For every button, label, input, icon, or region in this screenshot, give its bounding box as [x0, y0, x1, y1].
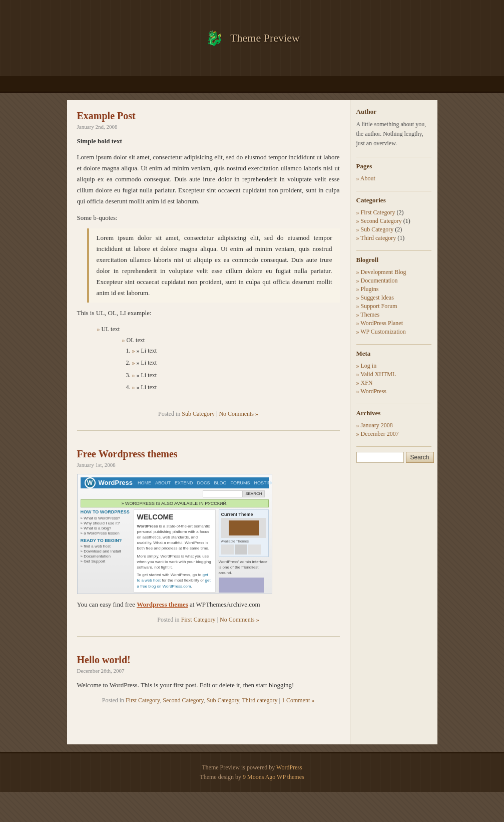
- post-example: Example Post January 2nd, 2008 Simple bo…: [77, 110, 340, 431]
- post-title-link-hello-world[interactable]: Hello world!: [77, 654, 131, 665]
- sidebar-search: Search: [356, 452, 431, 463]
- sidebar-meta-3[interactable]: XFN: [361, 379, 373, 386]
- sidebar-pages: Pages About: [356, 162, 431, 183]
- sidebar-blog-4[interactable]: Suggest Ideas: [361, 294, 394, 301]
- sidebar-categories-title: Categories: [356, 196, 431, 204]
- sidebar-author-title: Author: [356, 108, 431, 116]
- sidebar-meta-1[interactable]: Log in: [361, 362, 377, 369]
- post-bold-text: Simple bold text: [77, 136, 340, 147]
- list-item: First Category (2): [356, 208, 431, 217]
- sidebar-divider-2: [356, 191, 431, 191]
- sidebar-blogroll-title: Blogroll: [356, 256, 431, 264]
- sidebar-meta-2[interactable]: Valid XHTML: [360, 371, 396, 378]
- list-item: Third category (1): [356, 234, 431, 242]
- list-item: » Li text: [132, 370, 340, 381]
- list-item: Documentation: [356, 277, 431, 285]
- post-comments-link-2[interactable]: No Comments »: [220, 616, 259, 623]
- sidebar-category-2[interactable]: Second Category: [361, 217, 402, 224]
- post-hello-world: Hello world! December 26th, 2007 Welcome…: [77, 654, 340, 717]
- search-input[interactable]: [356, 452, 404, 463]
- sidebar-blogroll-list: Development Blog Documentation Plugins S…: [356, 268, 431, 336]
- site-header: 🐉 Theme Preview: [0, 0, 504, 78]
- sidebar-archive-1[interactable]: January 2008: [361, 422, 393, 429]
- footer-wordpress-link[interactable]: WordPress: [276, 764, 302, 771]
- list-item: XFN: [356, 379, 431, 387]
- sidebar-divider-5: [356, 404, 431, 404]
- sidebar-meta-4[interactable]: WordPress: [360, 388, 386, 395]
- post-category-link-3a[interactable]: First Category: [126, 697, 160, 704]
- sidebar-category-4-count: (1): [397, 234, 404, 241]
- sidebar-archives: Archives January 2008 December 2007: [356, 409, 431, 438]
- list-item: Sub Category (2): [356, 225, 431, 234]
- sidebar-category-1[interactable]: First Category: [361, 209, 395, 216]
- site-title: Theme Preview: [230, 32, 300, 45]
- list-item: December 2007: [356, 430, 431, 438]
- post-date-hello-world: December 26th, 2007: [77, 668, 340, 674]
- post-title-example[interactable]: Example Post: [77, 110, 340, 122]
- sidebar-divider-4: [356, 344, 431, 345]
- post-category-link-3b[interactable]: Second Category: [163, 697, 204, 704]
- search-form: Search: [356, 452, 431, 463]
- sidebar-category-3[interactable]: Sub Category: [361, 226, 394, 233]
- sidebar-archives-list: January 2008 December 2007: [356, 421, 431, 438]
- sidebar-meta-list: Log in Valid XHTML XFN WordPress: [356, 362, 431, 396]
- sidebar-author: Author A little something about you, the…: [356, 108, 431, 149]
- post-comments-link[interactable]: No Comments »: [219, 410, 258, 417]
- post-hello-text: Welcome to WordPress. This is your first…: [77, 680, 340, 691]
- post-title-hello-world[interactable]: Hello world!: [77, 654, 340, 666]
- post-paragraph1: Lorem ipsum dolor sit amet, consectetur …: [77, 152, 340, 207]
- wordpress-themes-link[interactable]: Wordpress themes: [137, 601, 188, 608]
- list-item: » Li text: [132, 357, 340, 368]
- footer-themes-link[interactable]: 9 Moons Ago WP themes: [243, 773, 304, 780]
- sidebar-blog-2[interactable]: Documentation: [361, 277, 398, 284]
- sidebar-blog-8[interactable]: WP Customization: [360, 328, 406, 335]
- sidebar-divider-6: [356, 446, 431, 447]
- sidebar-meta: Meta Log in Valid XHTML XFN WordPress: [356, 350, 431, 396]
- list-item: WP Customization: [356, 328, 431, 336]
- sidebar-divider-1: [356, 157, 431, 157]
- sidebar-blog-7[interactable]: WordPress Planet: [360, 320, 403, 327]
- post-comments-link-3[interactable]: 1 Comment »: [282, 697, 314, 704]
- nav-bar: [0, 78, 504, 93]
- sidebar-meta-title: Meta: [356, 350, 431, 358]
- post-ul-label: This is UL, OL, LI example:: [77, 308, 340, 319]
- sidebar-blogroll: Blogroll Development Blog Documentation …: [356, 256, 431, 336]
- post-title-link-example[interactable]: Example Post: [77, 110, 136, 121]
- sidebar-page-about: About: [356, 174, 431, 183]
- list-item: UL text OL text » Li text » Li text » Li…: [97, 324, 340, 404]
- sidebar-blog-1[interactable]: Development Blog: [361, 268, 406, 276]
- sidebar-blog-3[interactable]: Plugins: [361, 286, 379, 293]
- post-footer-example: Posted in Sub Category | No Comments »: [77, 410, 340, 418]
- post-bquote-label: Some b-quotes:: [77, 212, 340, 223]
- sidebar-blog-6[interactable]: Themes: [360, 311, 379, 318]
- post-footer-hello-world: Posted in First Category, Second Categor…: [77, 697, 340, 704]
- sidebar-category-4[interactable]: Third category: [360, 234, 396, 241]
- post-free-themes: Free Wordpress themes January 1st, 2008 …: [77, 448, 340, 637]
- list-item: OL text » Li text » Li text » Li text » …: [122, 335, 340, 399]
- list-item: » Li text: [132, 345, 340, 356]
- sidebar-archive-2[interactable]: December 2007: [361, 430, 399, 437]
- list-item: Valid XHTML: [356, 370, 431, 379]
- post-title-free-themes[interactable]: Free Wordpress themes: [77, 448, 340, 460]
- sidebar-blog-5[interactable]: Support Forum: [361, 303, 397, 310]
- sidebar-page-about-link[interactable]: About: [360, 175, 375, 182]
- sidebar-category-1-count: (2): [397, 209, 404, 216]
- post-li-list: » Li text » Li text » Li text » Li text: [132, 345, 340, 393]
- sidebar-pages-list: About: [356, 174, 431, 183]
- post-category-link-3d[interactable]: Third category: [242, 697, 278, 704]
- list-item: Suggest Ideas: [356, 294, 431, 302]
- post-content-example: Simple bold text Lorem ipsum dolor sit a…: [77, 136, 340, 404]
- search-button[interactable]: Search: [406, 452, 434, 463]
- list-item: Development Blog: [356, 268, 431, 277]
- post-category-link[interactable]: Sub Category: [182, 410, 215, 417]
- post-category-link-2[interactable]: First Category: [181, 616, 216, 623]
- post-category-link-3c[interactable]: Sub Category: [207, 697, 239, 704]
- post-title-link-free-themes[interactable]: Free Wordpress themes: [77, 448, 178, 459]
- list-item: Log in: [356, 362, 431, 370]
- site-footer: Theme Preview is powered by WordPress Th…: [0, 752, 504, 792]
- post-content-hello-world: Welcome to WordPress. This is your first…: [77, 680, 340, 691]
- content-area: Example Post January 2nd, 2008 Simple bo…: [67, 100, 350, 744]
- post-footer-free-themes: Posted in First Category | No Comments »: [77, 616, 340, 624]
- post-image-wordpress: W WordPress HOMEABOUTEXTENDDOCSBLOGFORUM…: [77, 474, 272, 594]
- list-item: » Li text: [132, 382, 340, 393]
